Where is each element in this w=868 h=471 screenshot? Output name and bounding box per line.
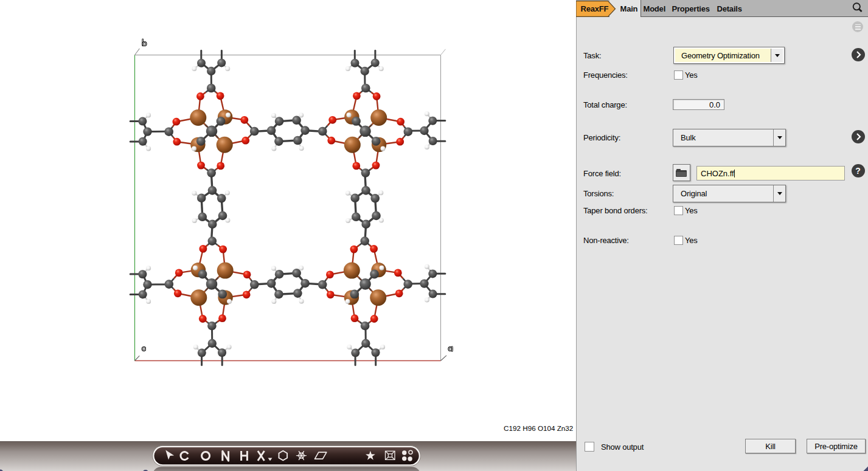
- svg-text:C192 H96 O104 Zn32: C192 H96 O104 Zn32: [504, 424, 573, 432]
